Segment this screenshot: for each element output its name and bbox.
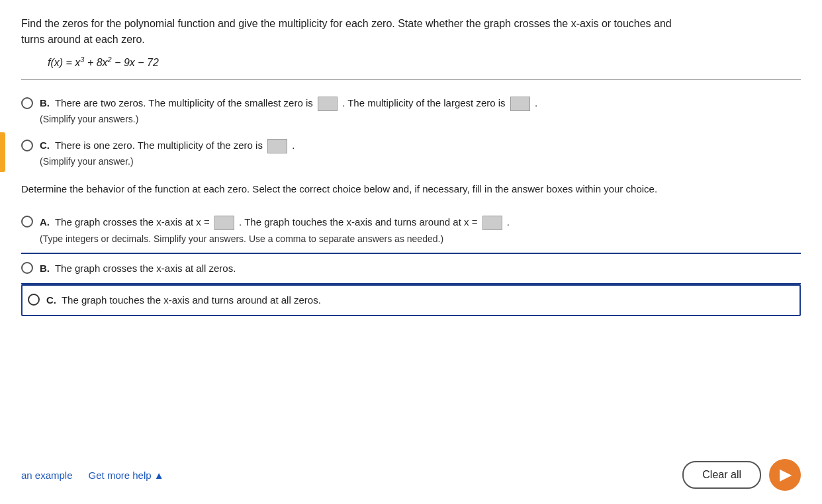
function-display: f(x) = x3 + 8x2 − 9x − 72 (48, 56, 801, 69)
behavior-a-text2: . The graph touches the x-axis and turns… (239, 216, 477, 228)
option-b-label: B. (40, 97, 50, 108)
behavior-a-row: A. The graph crosses the x-axis at x = .… (21, 208, 801, 254)
help-link[interactable]: Get more help ▲ (89, 470, 164, 481)
option-b-row: B. There are two zeros. The multiplicity… (21, 96, 801, 126)
behavior-b-content: B. The graph crosses the x-axis at all z… (40, 261, 801, 276)
determine-text: Determine the behavior of the function a… (21, 182, 749, 197)
option-b-radio[interactable] (21, 97, 33, 109)
option-b-box1[interactable] (318, 97, 338, 111)
option-c-text: There is one zero. The multiplicity of t… (55, 140, 263, 151)
option-c-radio[interactable] (21, 140, 33, 151)
bottom-right: Clear all ▶ (682, 459, 801, 491)
bottom-bar: an example Get more help ▲ Clear all ▶ (0, 459, 822, 491)
option-b-box2[interactable] (510, 97, 530, 111)
behavior-a-box2[interactable] (482, 216, 502, 230)
period-ba: . (507, 216, 510, 228)
function-label: f(x) = x (48, 57, 80, 68)
behavior-c-label: C. (46, 294, 56, 306)
option-c-content: C. There is one zero. The multiplicity o… (40, 138, 801, 169)
option-b-content: B. There are two zeros. The multiplicity… (40, 96, 801, 126)
left-accent (0, 132, 5, 172)
option-c-label: C. (40, 140, 50, 151)
option-b-sub: (Simplify your answers.) (40, 112, 801, 126)
behavior-c-content: C. The graph touches the x-axis and turn… (46, 292, 794, 308)
behavior-c-row: C. The graph touches the x-axis and turn… (21, 284, 801, 316)
option-c-box[interactable] (267, 139, 287, 153)
example-link[interactable]: an example (21, 470, 73, 481)
behavior-options: A. The graph crosses the x-axis at x = .… (21, 208, 801, 316)
behavior-a-text1: The graph crosses the x-axis at x = (55, 216, 210, 228)
behavior-a-sub: (Type integers or decimals. Simplify you… (40, 231, 801, 246)
behavior-a-content: A. The graph crosses the x-axis at x = .… (40, 214, 801, 246)
clear-all-button[interactable]: Clear all (682, 461, 761, 489)
behavior-c-text: The graph touches the x-axis and turns a… (62, 294, 321, 306)
divider-dots: ··· (400, 0, 422, 4)
section-divider (21, 79, 801, 80)
next-button[interactable]: ▶ (769, 459, 801, 491)
main-container: Find the zeros for the polynomial functi… (0, 0, 822, 504)
question-text-1: Find the zeros for the polynomial functi… (21, 18, 672, 29)
bottom-links: an example Get more help ▲ (21, 470, 164, 481)
function-end: − 9x − 72 (112, 57, 159, 68)
behavior-a-box1[interactable] (214, 216, 234, 230)
behavior-b-radio[interactable] (21, 262, 33, 274)
period-b: . (535, 97, 537, 108)
period-c: . (292, 140, 295, 151)
options-section: B. There are two zeros. The multiplicity… (21, 96, 801, 169)
behavior-c-radio[interactable] (28, 294, 40, 306)
behavior-b-row: B. The graph crosses the x-axis at all z… (21, 254, 801, 284)
next-arrow-icon: ▶ (780, 466, 791, 483)
behavior-b-label: B. (40, 263, 50, 274)
question-text-2: turns around at each zero. (21, 34, 145, 45)
question-text: Find the zeros for the polynomial functi… (21, 16, 749, 48)
behavior-b-text: The graph crosses the x-axis at all zero… (55, 263, 236, 274)
option-c-row: C. There is one zero. The multiplicity o… (21, 138, 801, 169)
option-b-text: There are two zeros. The multiplicity of… (55, 97, 313, 108)
option-c-sub: (Simplify your answer.) (40, 155, 801, 169)
function-middle: + 8x (84, 57, 107, 68)
behavior-a-label: A. (40, 216, 50, 228)
behavior-a-radio[interactable] (21, 216, 33, 228)
option-b-text2: . The multiplicity of the largest zero i… (342, 97, 506, 108)
